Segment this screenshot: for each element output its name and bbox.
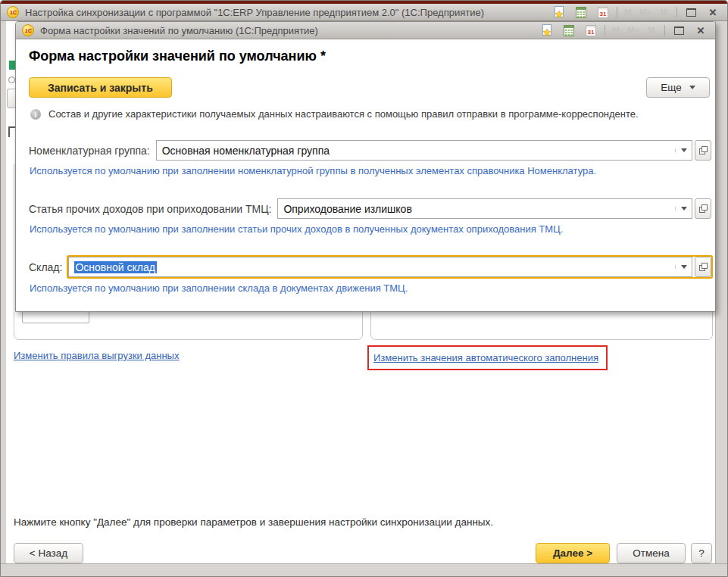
- window-frame: [715, 21, 727, 564]
- memory-recall-button: M: [611, 26, 620, 35]
- calendar-icon[interactable]: 31: [595, 5, 611, 19]
- calendar-icon[interactable]: 31: [583, 23, 599, 37]
- maximize-icon[interactable]: [670, 23, 687, 37]
- field-label: Склад:: [29, 261, 62, 273]
- chevron-down-icon: [689, 86, 695, 89]
- change-autofill-values-link[interactable]: Изменить значения автоматического заполн…: [373, 352, 598, 363]
- titlebar-icons: 31 M M+ M- ✕: [539, 23, 709, 37]
- dropdown-button[interactable]: [675, 265, 692, 269]
- clipped-content-fragment: [9, 61, 15, 70]
- wizard-footer-hint: Нажмите кнопку "Далее" для проверки пара…: [14, 516, 493, 528]
- cancel-button[interactable]: Отмена: [617, 543, 686, 563]
- dialog-toolbar: Записать и закрыть Еще: [29, 77, 710, 98]
- help-button[interactable]: ?: [691, 543, 712, 563]
- svg-text:31: 31: [600, 11, 607, 17]
- save-and-close-button[interactable]: Записать и закрыть: [29, 77, 172, 98]
- sync-window-titlebar: 1С Настройка синхронизации с программой …: [1, 4, 727, 21]
- field-hint: Используется по умолчанию при заполнении…: [30, 223, 702, 235]
- selected-text: Основной склад: [74, 261, 156, 273]
- memory-plus-button: M+: [639, 8, 654, 17]
- dropdown-button[interactable]: [675, 148, 692, 152]
- highlight-red-box: Изменить значения автоматического заполн…: [367, 345, 608, 370]
- titlebar-separator: [664, 25, 665, 36]
- dialog-content: Форма настройки значений по умолчанию * …: [16, 39, 715, 311]
- dialog-heading: Форма настройки значений по умолчанию *: [29, 48, 715, 64]
- info-text: Состав и другие характеристики получаемы…: [48, 108, 639, 120]
- field-row-warehouse: Склад: Основной склад: [16, 257, 715, 277]
- titlebar-separator: [676, 7, 677, 17]
- chevron-down-icon: [681, 148, 687, 152]
- dialog-title: Форма настройки значений по умолчанию (1…: [40, 25, 533, 36]
- clipped-content-fragment: [8, 76, 15, 83]
- favorites-icon[interactable]: [551, 5, 567, 19]
- field-control: Основная номенклатурная группа: [156, 140, 711, 161]
- field-control-focused: Основной склад: [68, 257, 711, 277]
- close-icon[interactable]: ✕: [692, 23, 709, 37]
- 1c-logo-icon: 1С: [7, 6, 19, 18]
- field-hint: Используется по умолчанию при заполнении…: [30, 282, 702, 294]
- titlebar-separator: [605, 25, 605, 36]
- screen: 1С Настройка синхронизации с программой …: [0, 0, 728, 577]
- field-label: Номенклатурная группа:: [29, 145, 150, 157]
- links-row: Изменить правила выгрузки данных Изменит…: [6, 345, 717, 371]
- more-button[interactable]: Еще: [646, 77, 710, 98]
- other-income-item-input[interactable]: Оприходование излишков: [277, 198, 692, 219]
- svg-text:31: 31: [588, 29, 595, 36]
- info-icon: i: [30, 109, 41, 120]
- open-value-button[interactable]: [695, 140, 711, 161]
- defaults-form-dialog: 1С Форма настройки значений по умолчанию…: [15, 21, 716, 312]
- chevron-down-icon: [681, 207, 687, 211]
- open-value-button[interactable]: [695, 257, 711, 277]
- memory-recall-button: M: [623, 8, 633, 17]
- info-row: i Состав и другие характеристики получае…: [30, 108, 702, 120]
- field-hint: Используется по умолчанию при заполнении…: [30, 165, 702, 176]
- titlebar-separator: [617, 7, 617, 17]
- chevron-down-icon: [681, 265, 687, 269]
- back-button[interactable]: < Назад: [14, 543, 83, 563]
- dialog-titlebar: 1С Форма настройки значений по умолчанию…: [16, 22, 715, 39]
- field-row-other-income-item: Статья прочих доходов при оприходовании …: [16, 198, 715, 219]
- memory-plus-button: M+: [626, 26, 642, 35]
- open-icon: [699, 146, 708, 154]
- titlebar-icons: 31 M M+ M- ✕: [551, 5, 721, 19]
- change-export-rules-link[interactable]: Изменить правила выгрузки данных: [14, 350, 179, 361]
- warehouse-input[interactable]: Основной склад: [68, 257, 692, 277]
- maximize-icon[interactable]: [683, 5, 699, 19]
- field-label: Статья прочих доходов при оприходовании …: [29, 203, 271, 215]
- calculator-icon[interactable]: [561, 23, 577, 37]
- open-value-button[interactable]: [695, 198, 711, 219]
- close-icon[interactable]: ✕: [705, 5, 721, 19]
- next-button[interactable]: Далее >: [536, 543, 610, 563]
- field-control: Оприходование излишков: [277, 198, 711, 219]
- open-icon: [699, 263, 708, 271]
- memory-minus-button: M-: [658, 8, 671, 17]
- nomenclature-group-input[interactable]: Основная номенклатурная группа: [156, 140, 692, 161]
- dropdown-button[interactable]: [675, 207, 692, 211]
- sync-window-title: Настройка синхронизации с программой "1С…: [25, 7, 545, 18]
- calculator-icon[interactable]: [573, 5, 589, 19]
- open-icon: [699, 204, 708, 213]
- window-frame: [1, 563, 727, 576]
- 1c-logo-icon: 1С: [22, 24, 34, 36]
- memory-minus-button: M-: [646, 26, 659, 35]
- field-row-nomenclature-group: Номенклатурная группа: Основная номенкла…: [16, 140, 715, 161]
- favorites-icon[interactable]: [539, 23, 555, 37]
